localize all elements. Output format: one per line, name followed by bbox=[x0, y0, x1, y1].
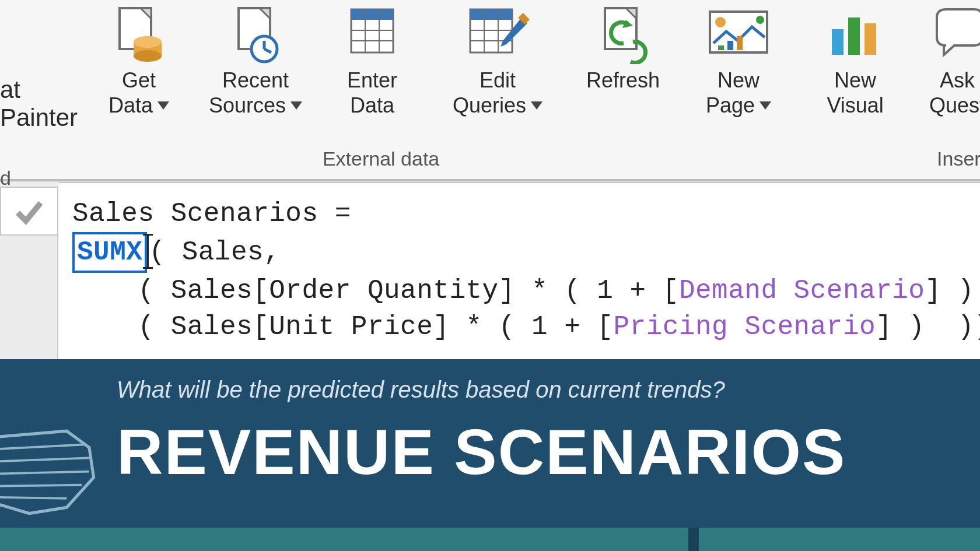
refresh-icon bbox=[597, 0, 649, 64]
svg-rect-36 bbox=[864, 23, 876, 55]
get-data-label-2: Data bbox=[108, 93, 153, 118]
svg-point-4 bbox=[134, 50, 162, 62]
svg-point-30 bbox=[756, 16, 764, 24]
clipboard-group-partial: at Painter d bbox=[0, 0, 78, 179]
new-page-label-1: New bbox=[718, 68, 760, 93]
insert-group-label: Insert bbox=[937, 148, 980, 177]
edit-queries-label-1: Edit bbox=[480, 68, 516, 93]
ask-question-button[interactable]: Ask Quest bbox=[922, 0, 980, 118]
formula-text: ( Sales, bbox=[149, 237, 280, 268]
ribbon: at Painter d Get Data bbox=[0, 0, 980, 181]
svg-rect-12 bbox=[351, 9, 393, 20]
new-page-label-2: Page bbox=[706, 93, 755, 118]
text-caret bbox=[147, 236, 149, 267]
format-painter-button-partial[interactable]: at Painter bbox=[0, 76, 78, 132]
report-subtitle: What will be the predicted results based… bbox=[0, 359, 980, 403]
report-title: REVENUE SCENARIOS bbox=[0, 403, 980, 489]
enter-data-button[interactable]: Enter Data bbox=[323, 0, 422, 118]
svg-line-39 bbox=[0, 472, 89, 475]
dropdown-icon bbox=[760, 101, 771, 110]
svg-rect-35 bbox=[848, 17, 860, 55]
get-data-icon bbox=[113, 0, 165, 64]
measure-ref: Pricing Scenario bbox=[613, 312, 876, 342]
measure-ref: Demand Scenario bbox=[679, 276, 925, 306]
enter-data-label-1: Enter bbox=[347, 68, 397, 93]
formula-text: ( Sales[Order Quantity] * ( 1 + [ bbox=[72, 276, 679, 306]
formula-text: ] ) ) * bbox=[925, 276, 980, 306]
report-canvas[interactable]: What will be the predicted results based… bbox=[0, 359, 980, 551]
formula-gutter bbox=[0, 236, 58, 359]
new-visual-label-2: Visual bbox=[827, 93, 883, 118]
refresh-label: Refresh bbox=[586, 68, 660, 93]
report-panel[interactable] bbox=[699, 528, 980, 551]
svg-rect-34 bbox=[832, 29, 844, 55]
recent-sources-icon bbox=[229, 0, 282, 64]
edit-queries-label-2: Queries bbox=[453, 93, 526, 118]
ask-question-label-1: Ask bbox=[940, 68, 975, 93]
formula-bar-area: Sales Scenarios = SUMX( Sales, ( Sales[O… bbox=[0, 181, 980, 359]
new-visual-icon bbox=[826, 0, 884, 64]
recent-sources-button[interactable]: Recent Sources bbox=[206, 0, 305, 118]
new-page-icon bbox=[706, 0, 771, 64]
edit-queries-button[interactable]: Edit Queries bbox=[439, 0, 556, 118]
edit-queries-icon bbox=[466, 0, 530, 64]
formula-text: ] ) )) bbox=[876, 312, 980, 342]
ask-question-label-2: Quest bbox=[929, 93, 980, 118]
dropdown-icon bbox=[290, 101, 302, 110]
dropdown-icon bbox=[531, 101, 542, 110]
report-panel-row bbox=[0, 528, 980, 551]
svg-line-40 bbox=[0, 485, 82, 487]
svg-line-38 bbox=[0, 458, 89, 463]
svg-rect-18 bbox=[470, 9, 512, 20]
insert-group: New Page New Visual bbox=[684, 0, 980, 179]
us-map-icon bbox=[0, 417, 105, 522]
svg-rect-32 bbox=[727, 41, 733, 50]
measure-name: Sales Scenarios bbox=[72, 199, 318, 229]
new-page-button[interactable]: New Page bbox=[689, 0, 788, 118]
formula-text: ( Sales[Unit Price] * ( 1 + [ bbox=[72, 312, 613, 342]
recent-sources-label-2: Sources bbox=[209, 93, 286, 118]
svg-line-41 bbox=[0, 497, 66, 499]
svg-rect-33 bbox=[737, 36, 743, 50]
dropdown-icon bbox=[158, 101, 169, 110]
commit-formula-button[interactable] bbox=[0, 187, 58, 236]
svg-point-5 bbox=[134, 36, 162, 48]
clipboard-group-label-partial: d bbox=[0, 167, 78, 189]
enter-data-label-2: Data bbox=[350, 93, 394, 118]
svg-line-37 bbox=[0, 445, 86, 451]
dax-function: SUMX bbox=[77, 237, 142, 268]
external-data-group-label: External data bbox=[323, 148, 439, 177]
enter-data-icon bbox=[348, 0, 397, 64]
external-data-group: Get Data Recent Sources bbox=[85, 0, 677, 179]
report-panel[interactable] bbox=[0, 528, 688, 551]
get-data-label-1: Get bbox=[122, 68, 156, 93]
svg-rect-31 bbox=[718, 45, 724, 50]
new-visual-button[interactable]: New Visual bbox=[806, 0, 905, 118]
ask-question-icon bbox=[931, 0, 980, 64]
checkmark-icon bbox=[13, 195, 46, 227]
svg-point-29 bbox=[715, 17, 726, 27]
new-visual-label-1: New bbox=[834, 68, 876, 93]
formula-editor[interactable]: Sales Scenarios = SUMX( Sales, ( Sales[O… bbox=[58, 182, 980, 359]
recent-sources-label-1: Recent bbox=[222, 68, 289, 93]
refresh-button[interactable]: Refresh bbox=[573, 0, 673, 118]
get-data-button[interactable]: Get Data bbox=[89, 0, 188, 118]
